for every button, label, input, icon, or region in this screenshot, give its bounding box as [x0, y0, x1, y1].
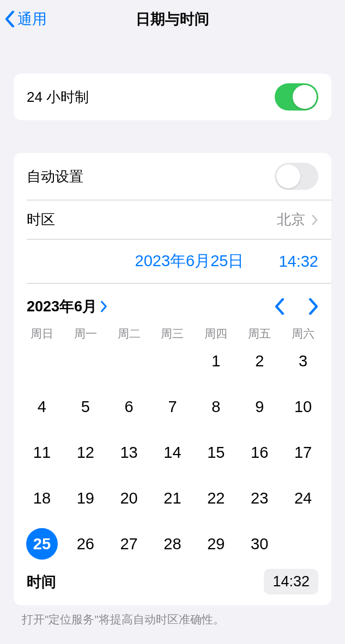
- day-cell[interactable]: 1: [194, 345, 238, 377]
- row-timezone[interactable]: 时区 北京: [14, 200, 331, 239]
- weekday-header: 周日周一周二周三周四周五周六: [14, 324, 331, 345]
- day-number: 2: [244, 345, 275, 377]
- day-cell[interactable]: 23: [238, 482, 281, 514]
- day-number: 15: [200, 437, 232, 468]
- day-cell[interactable]: 7: [151, 390, 195, 423]
- weekday-label: 周二: [107, 326, 151, 341]
- settings-group-1: 24 小时制: [14, 73, 331, 120]
- day-cell[interactable]: 30: [238, 528, 281, 560]
- day-cell[interactable]: 5: [64, 390, 107, 423]
- day-cell[interactable]: 22: [194, 482, 238, 514]
- chevron-left-icon: [4, 11, 15, 27]
- weekday-label: 周一: [64, 326, 107, 341]
- day-number: 24: [287, 482, 319, 514]
- day-cell[interactable]: 3: [281, 345, 325, 377]
- day-number: 23: [244, 482, 275, 514]
- month-nav-arrows: [275, 298, 318, 315]
- row-timezone-value-wrap: 北京: [277, 210, 318, 229]
- back-button[interactable]: 通用: [4, 9, 47, 29]
- chevron-right-icon: [312, 214, 318, 225]
- day-number: 18: [26, 482, 58, 514]
- toggle-knob: [276, 164, 300, 188]
- day-number: 14: [156, 437, 188, 468]
- day-cell[interactable]: 17: [281, 436, 325, 469]
- month-nav: 2023年6月: [14, 284, 331, 324]
- time-label: 时间: [27, 572, 56, 592]
- day-cell[interactable]: 10: [281, 390, 325, 423]
- month-label: 2023年6月: [27, 297, 97, 316]
- month-picker-button[interactable]: 2023年6月: [27, 297, 108, 316]
- back-label: 通用: [17, 9, 47, 29]
- current-time[interactable]: 14:32: [279, 253, 318, 271]
- day-cell[interactable]: 29: [194, 528, 238, 560]
- day-cell-empty: [151, 345, 195, 377]
- day-number: 26: [70, 528, 101, 560]
- day-cell[interactable]: 20: [107, 482, 151, 514]
- day-number: 12: [70, 437, 101, 468]
- row-24hour-label: 24 小时制: [27, 88, 89, 107]
- day-cell[interactable]: 19: [64, 482, 107, 514]
- day-cell[interactable]: 11: [20, 436, 64, 469]
- day-cell[interactable]: 4: [20, 390, 64, 423]
- weekday-label: 周三: [151, 326, 195, 341]
- chevron-right-icon: [100, 300, 108, 312]
- day-number: 20: [113, 482, 145, 514]
- day-cell[interactable]: 6: [107, 390, 151, 423]
- day-number: 27: [113, 528, 145, 560]
- day-cell[interactable]: 24: [281, 482, 325, 514]
- day-cell[interactable]: 25: [20, 528, 64, 560]
- current-date[interactable]: 2023年6月25日: [135, 250, 244, 272]
- day-cell[interactable]: 8: [194, 390, 238, 423]
- calendar-grid: 1234567891011121314151617181920212223242…: [14, 345, 331, 566]
- day-number: 28: [156, 528, 188, 560]
- day-number: 4: [26, 391, 58, 422]
- toggle-knob: [293, 85, 317, 109]
- day-cell[interactable]: 12: [64, 436, 107, 469]
- header: 通用 日期与时间: [0, 0, 345, 38]
- page-title: 日期与时间: [136, 9, 209, 29]
- footer-note: 打开"定位服务"将提高自动时区准确性。: [0, 605, 345, 627]
- settings-group-2: 自动设置 时区 北京 2023年6月25日 14:32 2023年6月 周日周一…: [14, 153, 331, 605]
- toggle-24hour[interactable]: [275, 83, 318, 111]
- day-cell-empty: [107, 345, 151, 377]
- day-number: 19: [70, 482, 101, 514]
- day-number: 25: [26, 528, 58, 560]
- day-number: 16: [244, 437, 275, 468]
- row-24hour: 24 小时制: [14, 73, 331, 120]
- next-month-button[interactable]: [308, 298, 318, 315]
- day-cell[interactable]: 28: [151, 528, 195, 560]
- day-cell-empty: [20, 345, 64, 377]
- weekday-label: 周六: [281, 326, 325, 341]
- day-number: 9: [244, 391, 275, 422]
- day-number: 10: [287, 391, 319, 422]
- toggle-autoset[interactable]: [275, 163, 318, 190]
- day-number: 11: [26, 437, 58, 468]
- time-picker-button[interactable]: 14:32: [264, 569, 318, 594]
- weekday-label: 周五: [238, 326, 281, 341]
- day-number: 29: [200, 528, 232, 560]
- row-timezone-label: 时区: [27, 210, 55, 229]
- row-autoset-label: 自动设置: [27, 167, 83, 186]
- day-number: 8: [200, 391, 232, 422]
- day-number: 7: [156, 391, 188, 422]
- day-cell[interactable]: 9: [238, 390, 281, 423]
- weekday-label: 周四: [194, 326, 238, 341]
- day-cell[interactable]: 2: [238, 345, 281, 377]
- day-number: 13: [113, 437, 145, 468]
- day-number: 1: [200, 345, 232, 377]
- day-cell[interactable]: 26: [64, 528, 107, 560]
- day-number: 21: [156, 482, 188, 514]
- row-autoset: 自动设置: [14, 153, 331, 200]
- prev-month-button[interactable]: [275, 298, 285, 315]
- day-cell[interactable]: 27: [107, 528, 151, 560]
- day-cell[interactable]: 16: [238, 436, 281, 469]
- day-number: 22: [200, 482, 232, 514]
- day-number: 30: [244, 528, 275, 560]
- day-cell[interactable]: 21: [151, 482, 195, 514]
- day-cell[interactable]: 13: [107, 436, 151, 469]
- day-cell[interactable]: 15: [194, 436, 238, 469]
- day-cell[interactable]: 14: [151, 436, 195, 469]
- day-number: 5: [70, 391, 101, 422]
- weekday-label: 周日: [20, 326, 64, 341]
- day-cell[interactable]: 18: [20, 482, 64, 514]
